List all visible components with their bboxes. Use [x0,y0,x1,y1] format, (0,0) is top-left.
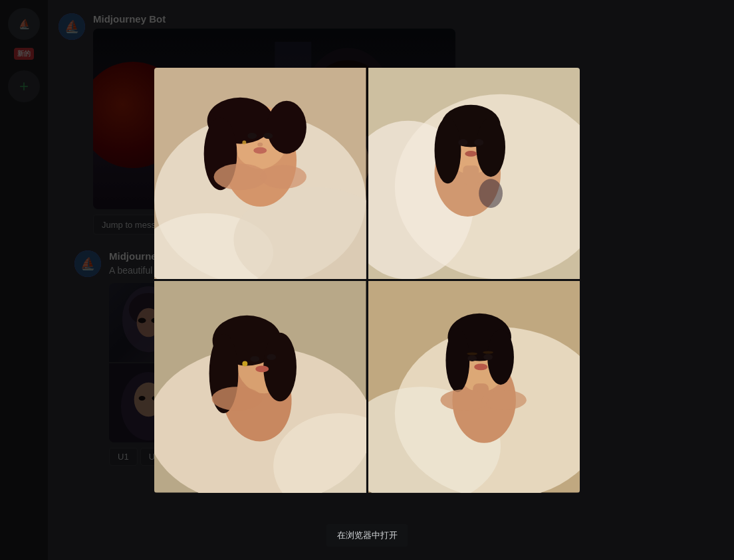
svg-point-52 [260,165,306,189]
svg-point-63 [479,179,503,208]
modal-cell-2 [368,68,580,280]
svg-point-93 [440,389,488,411]
svg-point-49 [253,147,267,153]
svg-point-91 [474,363,487,370]
modal-cell-3 [154,281,366,493]
svg-point-78 [212,387,263,411]
svg-rect-65 [463,165,479,184]
svg-point-46 [247,133,257,139]
browser-open-tooltip: 在浏览器中打开 [326,524,408,547]
svg-point-75 [267,354,276,360]
svg-point-88 [483,354,493,360]
svg-point-74 [250,356,259,362]
svg-point-73 [263,333,297,402]
svg-point-61 [458,139,467,145]
modal-cell-4 [368,281,580,493]
svg-point-51 [214,163,267,190]
svg-point-85 [445,329,469,393]
svg-point-87 [467,355,477,361]
modal-content [154,68,580,493]
svg-point-90 [483,351,493,354]
svg-point-50 [242,140,246,144]
modal-image-grid [154,68,580,493]
svg-point-60 [476,117,505,177]
svg-point-94 [481,390,527,410]
svg-point-76 [255,365,269,372]
svg-point-45 [267,100,306,153]
svg-point-77 [242,361,247,366]
modal-overlay[interactable]: 在浏览器中打开 [0,0,734,560]
svg-point-59 [434,117,461,183]
svg-point-48 [257,142,263,146]
svg-point-47 [263,133,273,139]
svg-point-62 [474,139,483,145]
svg-point-64 [465,150,477,156]
modal-cell-1 [154,68,366,280]
svg-point-89 [467,352,477,355]
